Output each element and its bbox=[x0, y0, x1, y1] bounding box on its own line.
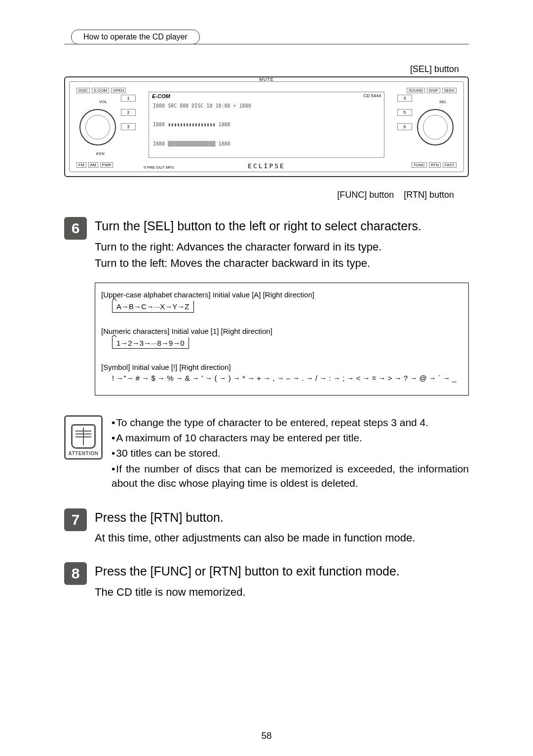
fast-button: FAST bbox=[443, 162, 457, 168]
char-group-numeric: [Numeric characters] Initial value [1] [… bbox=[101, 326, 462, 349]
char-upper-heading: [Upper-case alphabet characters] Initial… bbox=[101, 290, 462, 300]
attention-body: To change the type of character to be en… bbox=[112, 415, 469, 492]
bottom-left-buttons: FM AM PWR bbox=[76, 162, 113, 168]
section-tab: How to operate the CD player bbox=[71, 30, 200, 44]
rtn-button: RTN bbox=[429, 162, 441, 168]
step-6-title: Turn the [SEL] button to the left or rig… bbox=[95, 218, 469, 235]
preset-2: 2 bbox=[121, 109, 136, 116]
char-numeric-heading: [Numeric characters] Initial value [1] [… bbox=[101, 326, 462, 336]
step-7-text: At this time, other adjustments can also… bbox=[95, 531, 469, 545]
device-frame: DISC E-COM OPEN SOUND DISP SEEK VOL SEL … bbox=[69, 81, 464, 172]
radio-illustration: MUTE DISC E-COM OPEN SOUND DISP SEEK VOL… bbox=[64, 76, 469, 177]
step-6-body: Turn the [SEL] button to the left or rig… bbox=[95, 217, 469, 396]
page-number: 58 bbox=[261, 730, 271, 741]
char-table: [Upper-case alphabet characters] Initial… bbox=[95, 283, 469, 396]
attention-icon: ATTENTION bbox=[64, 415, 103, 460]
sel-knob bbox=[417, 109, 454, 145]
preset-4: 4 bbox=[397, 95, 412, 102]
char-group-symbol: [Symbol] Initial value [!] [Right direct… bbox=[101, 362, 462, 384]
rtn-callout: [RTN] button bbox=[404, 190, 454, 200]
step-6-line-1: Turn to the right: Advances the characte… bbox=[95, 240, 469, 254]
bottom-callouts: [FUNC] button [RTN] button bbox=[64, 190, 469, 200]
char-upper-seq: A→B→C→···X→Y→Z bbox=[112, 301, 194, 312]
brand-label: ECLIPSE bbox=[248, 162, 285, 170]
preout-label: 5 PRE-OUT MP3 bbox=[144, 165, 174, 170]
preset-5: 5 bbox=[397, 109, 412, 116]
fm-button: FM bbox=[76, 162, 86, 168]
sel-label: SEL bbox=[439, 100, 447, 104]
vol-label: VOL bbox=[99, 100, 107, 104]
top-right-buttons: SOUND DISP SEEK bbox=[407, 88, 457, 93]
screen-row-2: I888 ▮▮▮▮▮▮▮▮▮▮▮▮▮▮▮▮ 1888 bbox=[153, 122, 380, 127]
seek-button: SEEK bbox=[442, 88, 457, 93]
step-7-body: Press the [RTN] button. At this time, ot… bbox=[95, 508, 469, 545]
step-8-body: Press the [FUNC] or [RTN] button to exit… bbox=[95, 562, 469, 599]
am-button: AM bbox=[88, 162, 98, 168]
step-7: 7 Press the [RTN] button. At this time, … bbox=[64, 508, 469, 545]
open-button: OPEN bbox=[111, 88, 126, 93]
func-button: FUNC bbox=[412, 162, 426, 168]
esn-label: ESN bbox=[96, 151, 104, 156]
step-8-text: The CD title is now memorized. bbox=[95, 585, 469, 600]
step-6: 6 Turn the [SEL] button to the left or r… bbox=[64, 217, 469, 396]
sel-callout: [SEL] button bbox=[410, 64, 459, 74]
preset-1: 1 bbox=[121, 95, 136, 102]
section-tab-row: How to operate the CD player bbox=[64, 30, 469, 44]
attention-label: ATTENTION bbox=[69, 451, 99, 456]
char-numeric-seq: 1→2→3→···8→9→0 bbox=[112, 337, 189, 349]
top-left-buttons: DISC E-COM OPEN bbox=[76, 88, 126, 93]
disp-button: DISP bbox=[427, 88, 440, 93]
char-group-upper: [Upper-case alphabet characters] Initial… bbox=[101, 290, 462, 313]
screen-rows: I888 SRC 888 DISC 18 18:88 ☀ 1888 I888 ▮… bbox=[153, 96, 380, 153]
sound-button: SOUND bbox=[407, 88, 425, 93]
preset-right-col: 4 5 6 bbox=[397, 95, 412, 138]
book-icon bbox=[71, 424, 96, 449]
step-6-badge: 6 bbox=[64, 217, 87, 240]
attention-item-1: To change the type of character to be en… bbox=[112, 415, 469, 430]
char-symbol-heading: [Symbol] Initial value [!] [Right direct… bbox=[101, 362, 462, 372]
step-6-line-2: Turn to the left: Moves the character ba… bbox=[95, 256, 469, 271]
page: How to operate the CD player [SEL] butto… bbox=[0, 0, 533, 756]
attention-item-2: A maximum of 10 characters may be entere… bbox=[112, 431, 469, 445]
bottom-right-buttons: FUNC RTN FAST bbox=[412, 162, 457, 168]
step-7-badge: 7 bbox=[64, 508, 87, 531]
disc-button: DISC bbox=[76, 88, 90, 93]
screen-row-1: I888 SRC 888 DISC 18 18:88 ☀ 1888 bbox=[153, 103, 380, 108]
func-callout: [FUNC] button bbox=[337, 190, 394, 200]
step-8: 8 Press the [FUNC] or [RTN] button to ex… bbox=[64, 562, 469, 599]
attention-item-4: If the number of discs that can be memor… bbox=[112, 462, 469, 491]
lcd-screen: E-COM CD 5444 I888 SRC 888 DISC 18 18:88… bbox=[149, 92, 384, 158]
sel-callout-row: [SEL] button bbox=[64, 64, 469, 74]
attention-item-3: 30 titles can be stored. bbox=[112, 446, 469, 460]
pwr-button: PWR bbox=[100, 162, 114, 168]
char-symbol-seq: ! →"→ # → $ → % → & → ' → ( → ) → * → + … bbox=[112, 373, 462, 383]
ecom-button: E-COM bbox=[92, 88, 109, 93]
preset-3: 3 bbox=[121, 123, 136, 130]
step-8-badge: 8 bbox=[64, 562, 87, 585]
volume-knob bbox=[79, 109, 116, 145]
step-7-title: Press the [RTN] button. bbox=[95, 509, 469, 526]
screen-row-3: I888 ▒▒▒▒▒▒▒▒▒▒▒▒▒▒▒▒ 1888 bbox=[153, 141, 380, 146]
preset-6: 6 bbox=[397, 123, 412, 130]
preset-left-col: 1 2 3 bbox=[121, 95, 136, 138]
attention-block: ATTENTION To change the type of characte… bbox=[64, 415, 469, 492]
step-8-title: Press the [FUNC] or [RTN] button to exit… bbox=[95, 563, 469, 580]
